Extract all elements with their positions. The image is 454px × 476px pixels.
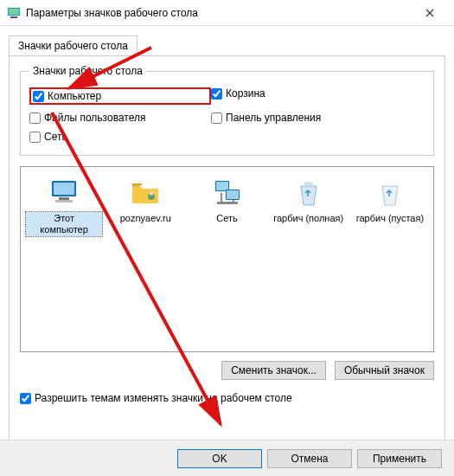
- check-cpanel-box[interactable]: [211, 113, 222, 124]
- item-network[interactable]: Сеть: [189, 177, 265, 341]
- tab-desktop-icons[interactable]: Значки рабочего стола: [9, 35, 137, 56]
- item-user[interactable]: poznyaev.ru: [107, 177, 183, 341]
- icon-preview-list: Этот компьютер poznyaev.ru Сеть гарбич (…: [20, 166, 434, 352]
- allow-themes-check[interactable]: Разрешить темам изменять значки на рабоч…: [20, 392, 434, 404]
- check-recycle-label: Корзина: [226, 87, 265, 100]
- window-title: Параметры значков рабочего стола: [26, 7, 412, 19]
- item-bin-empty-label: гарбич (пустая): [354, 212, 426, 225]
- item-user-label: poznyaev.ru: [118, 212, 174, 225]
- item-bin-full-label: гарбич (полная): [271, 212, 346, 225]
- recycle-full-icon: [293, 177, 324, 209]
- check-userfiles[interactable]: Файлы пользователя: [29, 112, 211, 124]
- svg-rect-2: [10, 16, 17, 18]
- check-userfiles-box[interactable]: [29, 113, 41, 124]
- check-computer-label: Компьютер: [48, 90, 101, 102]
- network-icon: [212, 177, 243, 209]
- close-button[interactable]: [412, 1, 447, 25]
- icon-buttons-row: Сменить значок... Обычный значок: [20, 361, 434, 380]
- svg-rect-6: [55, 200, 73, 203]
- app-icon: [7, 6, 21, 20]
- client-area: Значки рабочего стола Значки рабочего ст…: [0, 26, 454, 453]
- svg-rect-1: [9, 9, 19, 15]
- item-network-label: Сеть: [214, 212, 240, 225]
- apply-button[interactable]: Применить: [357, 449, 442, 468]
- default-icon-button[interactable]: Обычный значок: [335, 361, 434, 380]
- check-userfiles-label: Файлы пользователя: [44, 112, 145, 124]
- recycle-empty-icon: [374, 177, 406, 209]
- item-this-pc-label: Этот компьютер: [26, 212, 102, 236]
- check-network-label: Сеть: [44, 131, 67, 143]
- item-this-pc[interactable]: Этот компьютер: [26, 177, 102, 341]
- svg-rect-12: [227, 190, 239, 199]
- svg-rect-4: [54, 183, 74, 195]
- svg-rect-5: [59, 197, 69, 200]
- check-cpanel-label: Панель управления: [226, 112, 321, 124]
- computer-icon: [48, 177, 80, 209]
- user-folder-icon: [130, 177, 161, 209]
- item-bin-full[interactable]: гарбич (полная): [271, 177, 347, 341]
- ok-button[interactable]: OK: [177, 449, 262, 468]
- check-computer-box[interactable]: [33, 91, 44, 102]
- check-recycle-box[interactable]: [211, 88, 222, 100]
- svg-rect-15: [233, 200, 234, 203]
- tabpanel: Значки рабочего стола Компьютер Корзина: [9, 55, 445, 453]
- group-desktop-icons: Значки рабочего стола Компьютер Корзина: [20, 65, 434, 156]
- check-recycle[interactable]: Корзина: [211, 87, 265, 100]
- allow-themes-box[interactable]: [20, 393, 31, 404]
- tabstrip: Значки рабочего стола: [9, 35, 445, 55]
- svg-rect-14: [221, 193, 222, 202]
- check-network[interactable]: Сеть: [29, 131, 211, 143]
- cancel-button[interactable]: Отмена: [267, 449, 352, 468]
- check-computer[interactable]: Компьютер: [29, 87, 211, 105]
- check-cpanel[interactable]: Панель управления: [211, 112, 321, 124]
- check-network-box[interactable]: [29, 132, 41, 143]
- change-icon-button[interactable]: Сменить значок...: [221, 361, 326, 380]
- svg-rect-13: [217, 202, 238, 204]
- dialog-footer: OK Отмена Применить: [0, 440, 454, 476]
- svg-rect-10: [216, 182, 228, 190]
- allow-themes-label: Разрешить темам изменять значки на рабоч…: [35, 392, 292, 404]
- item-bin-empty[interactable]: гарбич (пустая): [352, 177, 428, 341]
- svg-point-8: [150, 190, 154, 195]
- titlebar: Параметры значков рабочего стола: [0, 0, 454, 26]
- group-legend: Значки рабочего стола: [29, 65, 146, 77]
